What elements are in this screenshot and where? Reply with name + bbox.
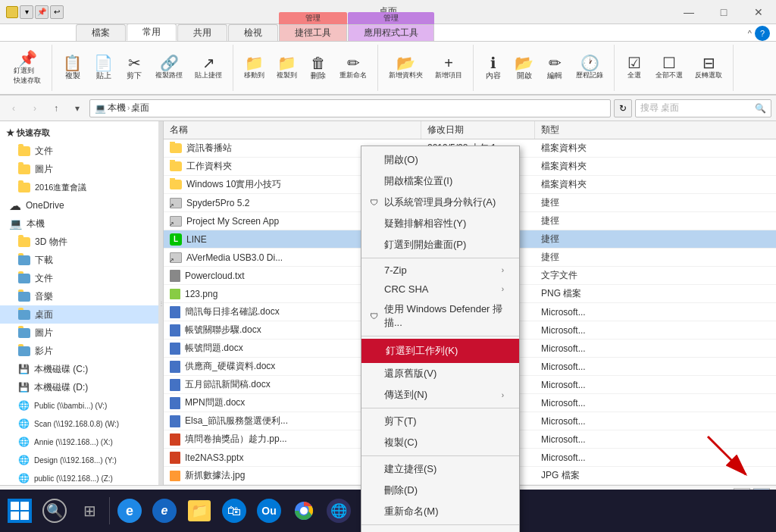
newitem-btn[interactable]: + 新增項目	[430, 54, 467, 82]
col-header-name[interactable]: 名稱	[164, 121, 421, 139]
menu-defender[interactable]: 🛡 使用 Windows Defender 掃描...	[361, 299, 519, 333]
refresh-btn[interactable]: ↻	[614, 99, 632, 117]
taskbar-ie-btn[interactable]: e	[148, 494, 181, 527]
pin-btn[interactable]: 📌	[35, 5, 48, 19]
sidebar-item-3d[interactable]: 3D 物件	[0, 233, 158, 251]
back-btn[interactable]: ‹	[5, 99, 23, 117]
menu-copy[interactable]: 複製(C)	[361, 432, 519, 453]
collapse-ribbon-btn[interactable]: ^	[748, 29, 752, 38]
taskbar-network-btn[interactable]: 🌐	[322, 494, 355, 527]
open-btn[interactable]: 📂 開啟	[510, 54, 538, 83]
sidebar-item-thispc[interactable]: 💻 本機	[0, 214, 158, 233]
sidebar-item-downloads[interactable]: 下載	[0, 251, 158, 269]
menu-delete[interactable]: 刪除(D)	[361, 480, 519, 501]
menu-compat[interactable]: 疑難排解相容性(Y)	[361, 213, 519, 234]
taskbar-search-btn[interactable]: 🔍	[38, 494, 71, 527]
menu-crcsha[interactable]: CRC SHA ›	[361, 280, 519, 299]
taskbar-edge-btn[interactable]: e	[113, 494, 146, 527]
taskbar-taskview-btn[interactable]: ⊞	[73, 494, 106, 527]
sidebar-item-pics2[interactable]: 圖片	[0, 324, 158, 342]
sidebar-item-drive-d[interactable]: 💾 本機磁碟 (D:)	[0, 378, 158, 396]
col-header-date[interactable]: 修改日期	[421, 121, 535, 139]
taskbar-store-btn[interactable]: 🛍	[217, 494, 251, 527]
copy-btn[interactable]: 📋 複製	[58, 54, 86, 83]
menu-sendto[interactable]: 傳送到(N) ›	[361, 384, 519, 405]
file-type: 檔案資料夾	[535, 142, 776, 155]
undo-btn[interactable]: ↩	[50, 5, 64, 19]
menu-7zip[interactable]: 7-Zip ›	[361, 261, 519, 280]
search-box[interactable]: 搜尋 桌面 🔍	[635, 99, 771, 117]
edit-btn[interactable]: ✏ 編輯	[541, 54, 568, 83]
rename-btn[interactable]: ✏ 重新命名	[335, 54, 371, 82]
sidebar-item-2016[interactable]: 2016進董會議	[0, 178, 158, 196]
sidebar-item-drive-c[interactable]: 💾 本機磁碟 (C:)	[0, 360, 158, 378]
recent-btn[interactable]: ▾	[68, 99, 86, 117]
menu-create-shortcut[interactable]: 建立捷徑(S)	[361, 458, 519, 480]
sidebar-item-label: Public (\\bambi...) (V:)	[34, 402, 107, 410]
shortcut-btn[interactable]: ↗ 貼上捷徑	[190, 54, 227, 82]
sidebar-item-drive-x[interactable]: 🌐 Annie (\\192.168...) (X:)	[0, 433, 158, 451]
menu-run-admin[interactable]: 🛡 以系統管理員身分執行(A)	[361, 192, 519, 213]
sidebar-item-drive-v[interactable]: 🌐 Public (\\bambi...) (V:)	[0, 396, 158, 415]
sidebar-item-desktop[interactable]: 桌面	[0, 305, 158, 324]
selectnone-btn[interactable]: ☐ 全部不選	[651, 54, 687, 82]
menu-open-location[interactable]: 開啟檔案位置(I)	[361, 171, 519, 192]
sidebar-item-documents[interactable]: 文件	[0, 142, 158, 160]
menu-cut[interactable]: 剪下(T)	[361, 411, 519, 432]
properties-btn[interactable]: ℹ 內容	[480, 54, 507, 83]
tab-manage2[interactable]: 應用程式工具	[348, 24, 434, 41]
sidebar-item-drive-z[interactable]: 🌐 public (\\192.168...) (Z:)	[0, 469, 158, 485]
maximize-btn[interactable]: □	[706, 0, 741, 24]
network2-icon: 🌐	[327, 499, 351, 523]
sidebar-item-pictures[interactable]: 圖片	[0, 160, 158, 178]
col-header-type[interactable]: 類型	[535, 121, 776, 139]
tab-file[interactable]: 檔案	[76, 24, 126, 41]
copyto-btn[interactable]: 📁 複製到	[272, 54, 302, 82]
sidebar-item-docs2[interactable]: 文件	[0, 269, 158, 287]
selectall-label: 全選	[627, 70, 641, 80]
sidebar-item-onedrive[interactable]: ☁ OneDrive	[0, 196, 158, 214]
taskbar-explorer-btn[interactable]: 📁	[183, 494, 216, 527]
sidebar-item-videos[interactable]: 影片	[0, 342, 158, 360]
file-name-text: AVerMedia USB3.0 Di...	[186, 252, 283, 263]
file-name-text: Ite2NAS3.pptx	[185, 452, 243, 463]
menu-rename[interactable]: 重新命名(M)	[361, 501, 519, 522]
sidebar-item-drive-y[interactable]: 🌐 Design (\\192.168...) (Y:)	[0, 451, 158, 469]
sidebar-item-label: 圖片	[35, 327, 53, 340]
invertsel-btn[interactable]: ⊟ 反轉選取	[690, 54, 727, 82]
menu-restore[interactable]: 還原舊版(V)	[361, 363, 519, 384]
forward-btn[interactable]: ›	[26, 99, 44, 117]
cut-btn[interactable]: ✂ 剪下	[120, 54, 148, 83]
sidebar-item-drive-w[interactable]: 🌐 Scan (\\192.168.0.8) (W:)	[0, 415, 158, 433]
quick-access-btn[interactable]: ▾	[20, 5, 33, 19]
history-btn[interactable]: 🕐 歷程記錄	[571, 54, 608, 82]
taskbar-chrome-btn[interactable]	[287, 494, 321, 527]
menu-open[interactable]: 開啟(O)	[361, 149, 519, 171]
tab-manage1[interactable]: 捷徑工具	[279, 24, 347, 41]
taskbar-outlook-btn[interactable]: Ou	[252, 494, 286, 527]
selectall-btn[interactable]: ☑ 全選	[621, 54, 648, 82]
doc-icon	[170, 397, 180, 409]
newfolder-btn[interactable]: 📂 新增資料夾	[384, 54, 427, 82]
sidebar-item-music[interactable]: 音樂	[0, 287, 158, 305]
help-btn[interactable]: ?	[755, 26, 770, 41]
minimize-btn[interactable]: —	[671, 0, 706, 24]
paste-btn[interactable]: 📄 貼上	[89, 54, 117, 83]
menu-pin-taskbar[interactable]: 釘選到工作列(K)	[361, 339, 519, 363]
drive-icon: 💾	[18, 364, 30, 374]
tab-home[interactable]: 常用	[127, 23, 177, 41]
up-btn[interactable]: ↑	[47, 99, 65, 117]
menu-pin-start[interactable]: 釘選到開始畫面(P)	[361, 234, 519, 255]
file-name-text: 簡訊每日排名確認.docx	[185, 305, 280, 318]
move-btn[interactable]: 📁 移動到	[239, 54, 269, 82]
tab-share[interactable]: 共用	[177, 24, 227, 41]
address-path[interactable]: 💻 本機 › 桌面	[89, 99, 611, 117]
taskbar-start-btn[interactable]	[3, 494, 36, 527]
close-btn[interactable]: ✕	[741, 0, 776, 24]
copypath-btn[interactable]: 🔗 複製路徑	[151, 54, 187, 82]
file-name-text: 資訊養播站	[186, 142, 232, 155]
tab-view[interactable]: 檢視	[228, 24, 278, 41]
pin-quick-access-btn[interactable]: 📌 釘選到快速存取	[9, 49, 45, 87]
delete-btn[interactable]: 🗑 刪除	[305, 54, 332, 83]
menu-properties[interactable]: 內容(R)	[361, 527, 519, 532]
